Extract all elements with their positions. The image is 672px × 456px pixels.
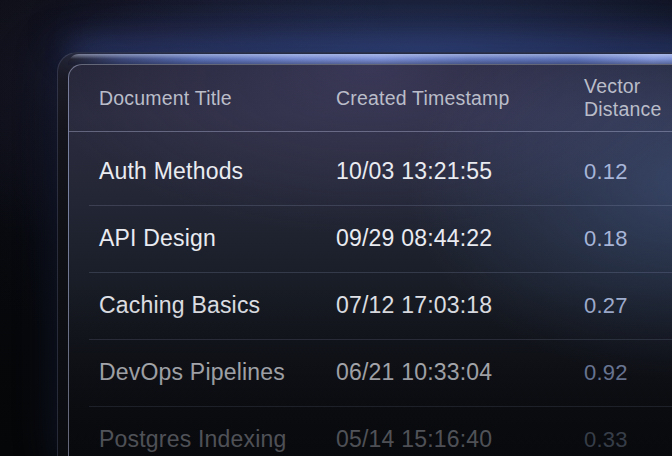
results-table-card: Document Title Created Timestamp Vector …	[57, 52, 672, 456]
column-header-vector-distance: Vector Distance	[584, 75, 672, 121]
table-header-row: Document Title Created Timestamp Vector …	[69, 65, 672, 132]
cell-vector-distance: 0.18	[584, 226, 672, 252]
cell-created-timestamp: 05/14 15:16:40	[336, 426, 584, 453]
cell-created-timestamp: 09/29 08:44:22	[336, 225, 584, 252]
table-row[interactable]: Caching Basics 07/12 17:03:18 0.27	[69, 272, 672, 339]
cell-created-timestamp: 10/03 13:21:55	[336, 158, 584, 185]
cell-created-timestamp: 06/21 10:33:04	[336, 359, 584, 386]
cell-vector-distance: 0.92	[584, 360, 672, 386]
table-body: Auth Methods 10/03 13:21:55 0.12 API Des…	[69, 132, 672, 456]
cell-vector-distance: 0.12	[584, 159, 672, 185]
table-row[interactable]: Postgres Indexing 05/14 15:16:40 0.33	[69, 406, 672, 456]
cell-document-title: Auth Methods	[99, 158, 336, 185]
table-row[interactable]: API Design 09/29 08:44:22 0.18	[69, 205, 672, 272]
cell-document-title: Postgres Indexing	[99, 426, 336, 453]
results-table: Document Title Created Timestamp Vector …	[68, 64, 672, 456]
column-header-created-timestamp: Created Timestamp	[336, 87, 584, 110]
cell-created-timestamp: 07/12 17:03:18	[336, 292, 584, 319]
table-row[interactable]: Auth Methods 10/03 13:21:55 0.12	[69, 138, 672, 205]
cell-vector-distance: 0.33	[584, 427, 672, 453]
cell-vector-distance: 0.27	[584, 293, 672, 319]
table-row[interactable]: DevOps Pipelines 06/21 10:33:04 0.92	[69, 339, 672, 406]
cell-document-title: API Design	[99, 225, 336, 252]
column-header-document-title: Document Title	[99, 87, 336, 110]
cell-document-title: DevOps Pipelines	[99, 359, 336, 386]
cell-document-title: Caching Basics	[99, 292, 336, 319]
